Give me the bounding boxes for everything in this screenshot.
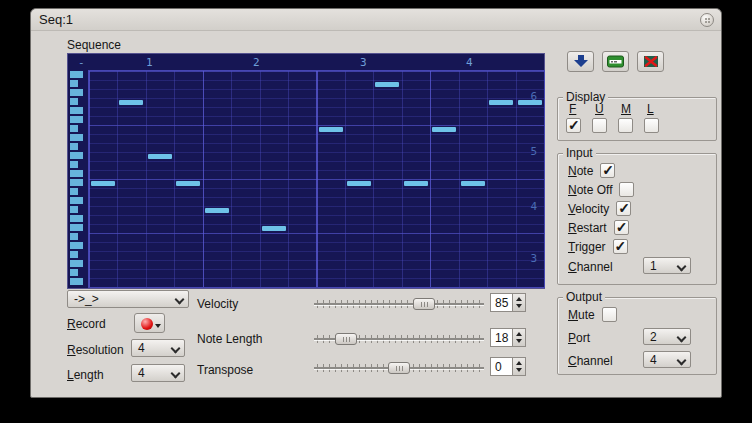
length-combo[interactable]: 4 — [131, 364, 185, 382]
length-combo-value: 4 — [138, 366, 145, 380]
delete-icon — [643, 55, 659, 68]
display-l-label: L — [647, 102, 654, 116]
octave-label: 3 — [530, 252, 537, 265]
keyboard-key — [70, 269, 78, 276]
note[interactable] — [262, 226, 286, 231]
spin-up-button[interactable] — [513, 329, 525, 338]
note-length-spinbox[interactable]: 18 — [490, 328, 526, 347]
titlebar[interactable]: Seq:1 — [31, 9, 721, 31]
rename-button[interactable] — [602, 51, 629, 72]
note[interactable] — [489, 100, 513, 105]
transpose-value: 0 — [495, 360, 502, 374]
direction-combo-value: ->_> — [74, 292, 99, 306]
input-note-label: Note — [568, 164, 593, 178]
note[interactable] — [119, 100, 143, 105]
window-menu-button[interactable] — [700, 13, 714, 27]
keyboard-key — [70, 152, 83, 159]
velocity-spinbox[interactable]: 85 — [490, 293, 526, 312]
beat-label: 3 — [360, 56, 367, 69]
input-trigger-checkbox[interactable] — [613, 239, 628, 254]
beat-label: 2 — [253, 56, 260, 69]
octave-label: 5 — [530, 145, 537, 158]
spin-up-button[interactable] — [513, 294, 525, 303]
output-group: Output Mute Port 2 Channel 4 — [557, 297, 717, 375]
note-length-label: Note Length — [197, 332, 262, 346]
beat-label: 1 — [146, 56, 153, 69]
display-u-checkbox[interactable] — [592, 118, 607, 133]
keyboard-key — [70, 242, 83, 249]
transpose-slider[interactable] — [314, 361, 484, 375]
slider-handle[interactable] — [413, 298, 435, 310]
note[interactable] — [176, 181, 200, 186]
display-m-label: M — [621, 102, 631, 116]
input-trigger-label: Trigger — [568, 240, 606, 254]
input-channel-combo[interactable]: 1 — [643, 257, 691, 274]
note[interactable] — [404, 181, 428, 186]
output-mute-checkbox[interactable] — [602, 307, 617, 322]
input-restart-checkbox[interactable] — [614, 220, 629, 235]
note-length-value: 18 — [495, 331, 508, 345]
input-velocity-label: Velocity — [568, 202, 609, 216]
keyboard-key — [70, 233, 78, 240]
note[interactable] — [148, 154, 172, 159]
output-channel-combo[interactable]: 4 — [643, 351, 691, 368]
input-note-off-checkbox[interactable] — [619, 182, 634, 197]
display-f-checkbox[interactable] — [566, 118, 581, 133]
velocity-slider[interactable] — [314, 297, 484, 311]
resolution-combo-value: 4 — [138, 341, 145, 355]
note[interactable] — [347, 181, 371, 186]
slider-handle[interactable] — [388, 362, 410, 374]
beat-label: - — [78, 56, 85, 69]
input-channel-label: Channel — [568, 260, 613, 274]
spin-up-button[interactable] — [513, 358, 525, 367]
keyboard-key — [70, 215, 83, 222]
note[interactable] — [461, 181, 485, 186]
note[interactable] — [432, 127, 456, 132]
delete-button[interactable] — [637, 51, 664, 72]
keyboard-key — [70, 197, 83, 204]
spin-down-button[interactable] — [513, 338, 525, 347]
display-l-checkbox[interactable] — [644, 118, 659, 133]
keyboard-strip — [70, 70, 86, 288]
display-m-checkbox[interactable] — [618, 118, 633, 133]
output-port-combo[interactable]: 2 — [643, 328, 691, 345]
keyboard-key — [70, 98, 78, 105]
keyboard-key — [70, 80, 78, 87]
input-group-label: Input — [563, 146, 596, 160]
output-mute-label: Mute — [568, 308, 595, 322]
record-button[interactable] — [134, 313, 165, 333]
output-port-value: 2 — [650, 330, 657, 344]
output-channel-value: 4 — [650, 353, 657, 367]
slider-handle[interactable] — [335, 333, 357, 345]
duplicate-button[interactable] — [567, 51, 594, 72]
input-velocity-checkbox[interactable] — [616, 201, 631, 216]
transpose-spinbox[interactable]: 0 — [490, 357, 526, 376]
beat-label: 4 — [466, 56, 473, 69]
note[interactable] — [91, 181, 115, 186]
record-menu-arrow-icon — [155, 324, 161, 328]
keyboard-key — [70, 224, 83, 231]
input-note-checkbox[interactable] — [600, 163, 615, 178]
note[interactable] — [319, 127, 343, 132]
note-length-slider[interactable] — [314, 332, 484, 346]
resolution-combo[interactable]: 4 — [131, 339, 185, 357]
rename-icon — [607, 55, 624, 68]
note[interactable] — [205, 208, 229, 213]
record-icon — [141, 318, 153, 330]
duplicate-icon — [573, 55, 589, 68]
direction-combo[interactable]: ->_> — [67, 290, 189, 308]
note[interactable] — [375, 82, 399, 87]
keyboard-key — [70, 161, 78, 168]
output-port-label: Port — [568, 331, 590, 345]
sequence-display: - 1 2 3 4 6 5 4 3 — [67, 53, 545, 289]
chevron-down-icon — [176, 296, 183, 303]
note-grid[interactable] — [88, 70, 545, 288]
keyboard-key — [70, 170, 83, 177]
keyboard-key — [70, 260, 83, 267]
spin-down-button[interactable] — [513, 303, 525, 312]
chevron-down-icon — [172, 345, 179, 352]
spin-down-button[interactable] — [513, 367, 525, 376]
output-channel-label: Channel — [568, 354, 613, 368]
sequence-group-label: Sequence — [67, 38, 121, 52]
velocity-value: 85 — [495, 296, 508, 310]
